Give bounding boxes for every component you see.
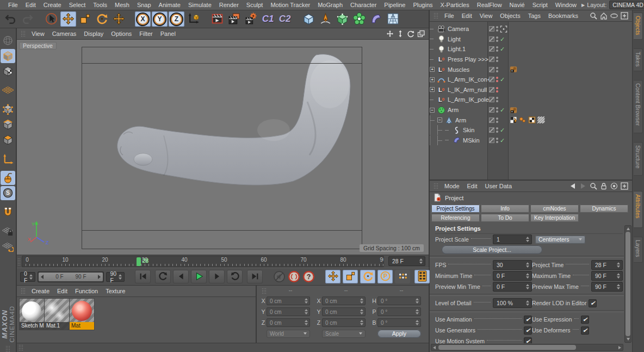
panel-handle[interactable] [434,183,439,189]
current-frame-field[interactable]: 28 F [388,256,425,266]
object-list[interactable]: CameraLight✓Light.1✓L0Press Play >>>+L0M… [430,22,632,180]
object-row[interactable]: +L_Arm_IK_con+✓ [430,75,632,85]
prev-key-button[interactable] [155,270,171,283]
visibility-dots[interactable] [496,107,498,113]
add-spline-button[interactable] [318,11,333,27]
spinner-arrows[interactable] [417,258,423,264]
panel-handle[interactable] [21,288,26,294]
project-scale-unit-dropdown[interactable]: Centimeters [535,236,585,244]
layer-swatch[interactable] [489,77,494,82]
points-mode-button[interactable] [1,102,15,116]
object-row[interactable]: +L0Muscles [430,64,632,75]
preview-max-time-field[interactable]: 90 F [591,282,623,292]
om-menu-file[interactable]: File [441,10,458,21]
size-x-field[interactable]: 0 cm [322,297,366,305]
position-y-field[interactable]: 0 cm [267,307,310,316]
scroll-right-icon[interactable] [618,346,621,349]
use-animation-checkbox[interactable]: ✔ [524,316,532,324]
live-selection-button[interactable] [44,11,59,27]
minimum-time-field[interactable]: 0 F [493,271,532,281]
target-icon[interactable] [610,182,618,190]
object-row[interactable]: MSkin✓ [430,135,632,146]
rotation-b-field[interactable]: 0 ° [377,318,421,327]
spinner-arrows[interactable] [302,320,308,325]
scrollbar-thumb[interactable] [626,232,630,336]
snap-button[interactable] [1,205,15,219]
object-row[interactable]: −Arm✓ [430,105,632,115]
goto-start-button[interactable] [135,270,151,283]
spinner-arrows[interactable] [524,237,529,242]
horizontal-scrollbar[interactable] [431,344,623,351]
side-tab-objects[interactable]: Objects [634,13,643,40]
scroll-down-icon[interactable] [627,338,630,341]
rotation-h-field[interactable]: 0 ° [377,297,421,305]
size-mode-dropdown[interactable]: Scale [322,330,366,338]
material-swatch[interactable]: Sketch M [20,299,44,330]
coordinate-system-dropdown[interactable]: World [267,330,310,338]
spinner-arrows[interactable] [358,309,363,314]
enabled-check-icon[interactable]: ✓ [500,36,505,42]
expand-icon[interactable]: + [430,87,435,92]
play-button[interactable] [191,270,207,283]
menu-plugins[interactable]: Plugins [409,0,436,10]
preview-range-bar[interactable]: 0 F90 F [39,273,103,281]
maximum-time-field[interactable]: 90 F [591,271,623,281]
tag-xpresso-icon[interactable] [510,66,517,73]
spinner-arrows[interactable] [413,298,419,304]
side-tab-attributes[interactable]: Attributes [634,191,643,228]
menu-edit[interactable]: Edit [22,0,40,10]
layer-swatch[interactable] [489,97,494,102]
menu-animate[interactable]: Animate [155,0,184,10]
tag-xpresso-icon[interactable] [510,107,517,114]
spinner-arrows[interactable] [413,320,419,325]
next-frame-button[interactable] [209,270,225,283]
enabled-check-icon[interactable]: ✓ [500,46,505,52]
scroll-up-icon[interactable] [627,227,630,230]
object-row[interactable]: Camera [430,24,632,34]
search-icon[interactable] [590,12,597,20]
vertical-scrollbar[interactable] [624,225,631,343]
redo-button[interactable] [20,11,35,27]
tab-info[interactable]: Info [481,205,529,213]
add-panel-icon[interactable] [621,12,628,20]
add-environment-button[interactable] [385,11,401,27]
om-menu-objects[interactable]: Objects [496,10,524,21]
expand-icon[interactable]: + [430,77,435,82]
side-tab-layers[interactable]: Layers [634,237,643,263]
collapse-icon[interactable]: − [437,118,442,122]
menu-file[interactable]: File [4,0,22,10]
menu-simulate[interactable]: Simulate [184,0,215,10]
arm-model[interactable] [82,47,362,249]
menu-character[interactable]: Character [346,0,380,10]
visibility-dots[interactable] [496,87,498,92]
next-key-button[interactable] [227,270,243,283]
object-row[interactable]: Light✓ [430,34,632,45]
panel-handle[interactable] [434,13,439,19]
layer-swatch[interactable] [489,87,494,92]
viewport-solo-button[interactable]: S [1,186,15,200]
attribute-content[interactable]: Project SettingsProject Scale1Centimeter… [430,223,624,343]
goto-end-button[interactable] [247,270,263,283]
camera-label[interactable]: Perspective [19,42,57,50]
preview-min-time-field[interactable]: 0 F [493,282,532,292]
level-of-detail-field[interactable]: 100 % [493,298,532,308]
viewport-menu-display[interactable]: Display [80,28,107,39]
timeline-end-field[interactable]: 90 F [106,272,125,282]
add-panel-icon[interactable] [621,182,628,190]
search-icon[interactable] [590,182,597,190]
toggle-view-icon[interactable] [417,30,425,38]
timeline-start-field[interactable]: 0 F [20,272,35,282]
forward-icon[interactable] [579,182,587,190]
side-tab-content-browser[interactable]: Content Browser [634,80,643,133]
materials-menu-texture[interactable]: Texture [102,286,129,297]
coordinate-system-button[interactable] [185,11,201,27]
tab-cmnodes[interactable]: cmNodes [530,205,579,213]
visibility-dots[interactable] [496,138,498,143]
om-menu-tags[interactable]: Tags [524,10,544,21]
timeline-track[interactable]: 010203040506070809028 [22,256,384,267]
key-position-button[interactable] [325,270,340,283]
spinner-arrows[interactable] [615,262,620,268]
lock-x-button[interactable]: X [135,11,151,27]
edges-mode-button[interactable] [1,118,15,132]
layer-swatch[interactable] [489,138,494,143]
